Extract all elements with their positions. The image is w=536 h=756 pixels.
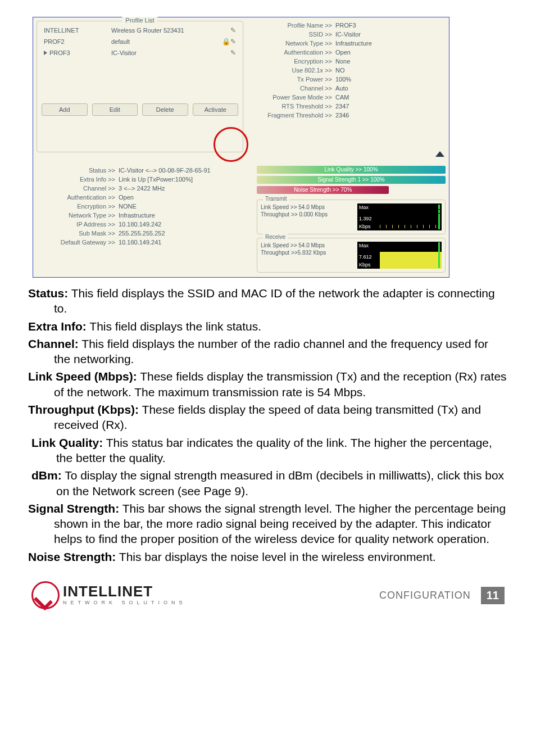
profile-list-legend: Profile List bbox=[122, 17, 157, 24]
page-footer: INTELLINET NETWORK SOLUTIONS CONFIGURATI… bbox=[28, 581, 508, 609]
check-circle-icon bbox=[31, 581, 60, 609]
wlan-utility-screenshot: Profile List INTELLINET Wireless G Route… bbox=[33, 17, 449, 278]
link-quality-bar: Link Quality >> 100% bbox=[257, 166, 446, 174]
profile-name: PROF2 bbox=[44, 38, 65, 45]
def-extra-label: Extra Info: bbox=[28, 320, 87, 333]
def-status-text: This field displays the SSID and MAC ID … bbox=[54, 287, 495, 315]
def-dbm-label: dBm: bbox=[31, 469, 62, 482]
signal-icon: ✎ bbox=[217, 26, 236, 34]
def-dbm-text: To display the signal strength measured … bbox=[56, 469, 504, 497]
profile-detail-pane: Profile Name >>PROF3 SSID >>IC-Visitor N… bbox=[247, 17, 449, 156]
def-throughput-label: Throughput (Kbps): bbox=[28, 403, 139, 416]
rx-graph: Max 7.612 Kbps bbox=[357, 242, 442, 269]
status-block: Status >>IC-Visitor <--> 00-08-9F-28-65-… bbox=[33, 164, 253, 277]
def-extra-text: This field displays the link status. bbox=[87, 320, 261, 333]
def-noisestrength-text: This bar displays the noise level in the… bbox=[116, 550, 435, 563]
section-title: CONFIGURATION bbox=[379, 590, 471, 601]
receive-fieldset: Receive Link Speed >> 54.0 Mbps Throughp… bbox=[257, 238, 446, 273]
profile-name: INTELLINET bbox=[44, 27, 79, 34]
def-channel-text: This field displays the number of the ra… bbox=[54, 337, 488, 365]
field-definitions: Status: This field displays the SSID and… bbox=[28, 286, 508, 564]
profile-name: PROF3 bbox=[49, 49, 70, 56]
profile-desc: Wireless G Router 523431 bbox=[111, 27, 211, 34]
profile-desc: IC-Visitor bbox=[111, 49, 211, 56]
brand-subtitle: NETWORK SOLUTIONS bbox=[63, 600, 187, 605]
lock-signal-icon: 🔒✎ bbox=[217, 38, 236, 46]
tx-graph: Max 1.392 Kbps bbox=[357, 203, 442, 230]
activate-button[interactable]: Activate bbox=[193, 103, 239, 116]
transmit-fieldset: Transmit Link Speed >> 54.0 Mbps Through… bbox=[257, 200, 446, 234]
def-linkquality-label: Link Quality: bbox=[31, 436, 103, 449]
def-sigstrength-text: This bar shows the signal strength level… bbox=[54, 502, 506, 546]
profile-row[interactable]: PROF2 default 🔒✎ bbox=[42, 36, 238, 47]
delete-button[interactable]: Delete bbox=[142, 103, 188, 116]
def-sigstrength-label: Signal Strength: bbox=[28, 502, 119, 515]
def-noisestrength-label: Noise Strength: bbox=[28, 550, 116, 563]
profile-row[interactable]: PROF3 IC-Visitor ✎ bbox=[42, 47, 238, 58]
brand-name: INTELLINET bbox=[63, 585, 187, 598]
tx-throughput: Throughput >> 0.000 Kbps bbox=[261, 211, 353, 218]
def-linkspeed-label: Link Speed (Mbps): bbox=[28, 370, 137, 383]
def-status-label: Status: bbox=[28, 287, 68, 300]
profile-row[interactable]: INTELLINET Wireless G Router 523431 ✎ bbox=[42, 25, 238, 36]
profile-list-fieldset: Profile List INTELLINET Wireless G Route… bbox=[37, 21, 243, 152]
rx-link-speed: Link Speed >> 54.0 Mbps bbox=[261, 242, 353, 249]
tx-link-speed: Link Speed >> 54.0 Mbps bbox=[261, 203, 353, 211]
page-number: 11 bbox=[481, 587, 505, 604]
selected-arrow-icon bbox=[44, 51, 47, 55]
activate-highlight-circle bbox=[214, 127, 248, 162]
edit-button[interactable]: Edit bbox=[92, 103, 138, 116]
profile-desc: default bbox=[111, 38, 211, 45]
signal-icon: ✎ bbox=[217, 49, 236, 57]
collapse-arrow-icon[interactable] bbox=[435, 151, 444, 157]
def-channel-label: Channel: bbox=[28, 337, 79, 350]
noise-strength-bar: Noise Strength >> 70% bbox=[257, 186, 389, 194]
rx-throughput: Throughput >>5.832 Kbps bbox=[261, 249, 353, 256]
signal-strength-bar: Signal Strength 1 >> 100% bbox=[257, 176, 446, 184]
add-button[interactable]: Add bbox=[42, 103, 88, 116]
brand-logo: INTELLINET NETWORK SOLUTIONS bbox=[31, 581, 187, 609]
def-linkquality-text: This status bar indicates the quality of… bbox=[56, 436, 492, 464]
